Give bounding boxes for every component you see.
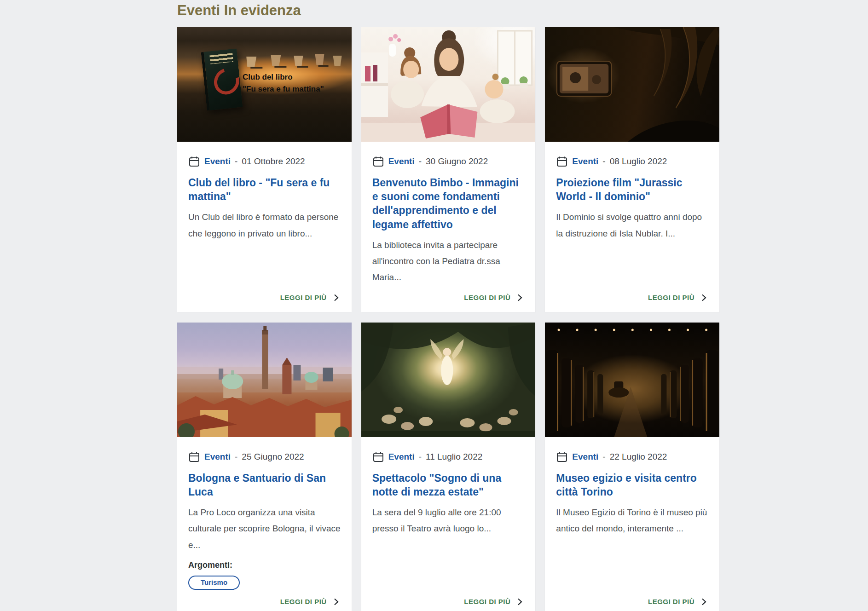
image-caption-line1: Club del libro [243, 71, 324, 83]
read-more-link[interactable]: LEGGI DI PIÙ [372, 286, 525, 302]
category-link[interactable]: Eventi [572, 156, 598, 167]
event-meta: Eventi - 11 Luglio 2022 [372, 451, 525, 463]
events-grid: Club del libro "Fu sera e fu mattina" Ev… [177, 27, 719, 611]
calendar-icon [372, 156, 384, 167]
dinosaur-scene-illustration [545, 27, 719, 142]
event-title-link[interactable]: Spettacolo "Sogno di una notte di mezza … [372, 471, 525, 499]
event-title-link[interactable]: Benvenuto Bimbo - Immagini e suoni come … [372, 176, 525, 231]
read-more-label: LEGGI DI PIÙ [464, 598, 510, 605]
image-caption-line2: "Fu sera e fu mattina" [243, 83, 324, 95]
event-card: Eventi - 22 Luglio 2022 Museo egizio e v… [545, 323, 719, 611]
event-card: Eventi - 30 Giugno 2022 Benvenuto Bimbo … [361, 27, 536, 312]
event-card: Club del libro "Fu sera e fu mattina" Ev… [177, 27, 352, 312]
family-reading-illustration [361, 27, 536, 142]
book-cover-graphic [201, 48, 243, 110]
topics-label: Argomenti: [188, 560, 341, 570]
event-date: 11 Luglio 2022 [426, 452, 482, 462]
category-link[interactable]: Eventi [388, 156, 415, 167]
event-card: Eventi - 11 Luglio 2022 Spettacolo "Sogn… [361, 323, 536, 611]
category-link[interactable]: Eventi [572, 452, 598, 462]
read-more-label: LEGGI DI PIÙ [464, 294, 510, 301]
meta-separator: - [602, 452, 605, 462]
event-title-link[interactable]: Bologna e Santuario di San Luca [188, 471, 341, 499]
fairy-painting-illustration [361, 323, 536, 437]
read-more-label: LEGGI DI PIÙ [280, 294, 327, 301]
event-excerpt: Il Dominio si svolge quattro anni dopo l… [556, 209, 708, 241]
event-date: 25 Giugno 2022 [242, 452, 304, 462]
read-more-link[interactable]: LEGGI DI PIÙ [556, 286, 708, 302]
event-date: 30 Giugno 2022 [426, 156, 488, 167]
bologna-skyline-illustration [177, 323, 352, 437]
chevron-right-icon [699, 597, 708, 606]
chevron-right-icon [331, 597, 341, 606]
meta-separator: - [235, 156, 237, 167]
image-caption: Club del libro "Fu sera e fu mattina" [243, 71, 324, 95]
event-image-fairy-painting[interactable] [361, 323, 536, 437]
event-date: 22 Luglio 2022 [610, 452, 667, 462]
read-more-link[interactable]: LEGGI DI PIÙ [556, 590, 708, 606]
event-meta: Eventi - 08 Luglio 2022 [556, 156, 708, 167]
event-meta: Eventi - 01 Ottobre 2022 [188, 156, 341, 167]
event-date: 08 Luglio 2022 [610, 156, 667, 167]
event-image-jurassic-world[interactable] [545, 27, 719, 142]
read-more-link[interactable]: LEGGI DI PIÙ [188, 286, 341, 302]
calendar-icon [372, 451, 384, 463]
event-excerpt: La Pro Loco organizza una visita cultura… [188, 504, 341, 553]
category-link[interactable]: Eventi [388, 452, 415, 462]
event-card-body: Eventi - 01 Ottobre 2022 Club del libro … [177, 142, 352, 312]
museum-gallery-illustration [545, 323, 719, 437]
topics-row: Turismo [188, 576, 341, 590]
calendar-icon [188, 156, 200, 167]
event-meta: Eventi - 25 Giugno 2022 [188, 451, 341, 463]
event-card-body: Eventi - 25 Giugno 2022 Bologna e Santua… [177, 437, 352, 611]
meta-separator: - [419, 452, 422, 462]
calendar-icon [188, 451, 200, 463]
calendar-icon [556, 156, 568, 167]
event-image-bologna[interactable] [177, 323, 352, 437]
read-more-label: LEGGI DI PIÙ [280, 598, 327, 605]
category-link[interactable]: Eventi [204, 156, 231, 167]
topic-chip-turismo[interactable]: Turismo [188, 576, 240, 590]
event-card-body: Eventi - 30 Giugno 2022 Benvenuto Bimbo … [361, 142, 536, 312]
chevron-right-icon [331, 293, 341, 302]
category-link[interactable]: Eventi [204, 452, 231, 462]
read-more-link[interactable]: LEGGI DI PIÙ [188, 590, 341, 606]
read-more-label: LEGGI DI PIÙ [648, 598, 694, 605]
event-image-book-club[interactable]: Club del libro "Fu sera e fu mattina" [177, 27, 352, 142]
meta-separator: - [419, 156, 422, 167]
event-card: Eventi - 08 Luglio 2022 Proiezione film … [545, 27, 719, 312]
read-more-label: LEGGI DI PIÙ [648, 294, 694, 301]
event-date: 01 Ottobre 2022 [242, 156, 305, 167]
event-excerpt: La biblioteca invita a partecipare all'i… [372, 237, 525, 285]
event-card-body: Eventi - 22 Luglio 2022 Museo egizio e v… [545, 437, 719, 611]
featured-events-section: Eventi In evidenza Club del libro [177, 0, 719, 611]
chevron-right-icon [699, 293, 708, 302]
chevron-right-icon [515, 293, 524, 302]
event-card-body: Eventi - 08 Luglio 2022 Proiezione film … [545, 142, 719, 312]
read-more-link[interactable]: LEGGI DI PIÙ [372, 590, 525, 606]
event-image-egyptian-museum[interactable] [545, 323, 719, 437]
event-excerpt: Un Club del libro è formato da persone c… [188, 209, 341, 241]
meta-separator: - [235, 452, 237, 462]
event-title-link[interactable]: Club del libro - "Fu sera e fu mattina" [188, 176, 341, 204]
chevron-right-icon [515, 597, 524, 606]
event-meta: Eventi - 22 Luglio 2022 [556, 451, 708, 463]
page-title: Eventi In evidenza [177, 2, 719, 20]
event-excerpt: La sera del 9 luglio alle ore 21:00 pres… [372, 504, 525, 536]
event-excerpt: Il Museo Egizio di Torino è il museo più… [556, 504, 708, 536]
event-image-family-reading[interactable] [361, 27, 536, 142]
event-card-body: Eventi - 11 Luglio 2022 Spettacolo "Sogn… [361, 437, 536, 611]
meta-separator: - [602, 156, 605, 167]
calendar-icon [556, 451, 568, 463]
event-card: Eventi - 25 Giugno 2022 Bologna e Santua… [177, 323, 352, 611]
event-meta: Eventi - 30 Giugno 2022 [372, 156, 525, 167]
event-title-link[interactable]: Museo egizio e visita centro città Torin… [556, 471, 708, 499]
event-title-link[interactable]: Proiezione film "Jurassic World - Il dom… [556, 176, 708, 204]
